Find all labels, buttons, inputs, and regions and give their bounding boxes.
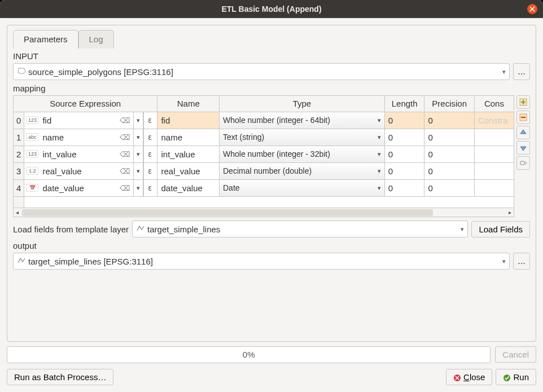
window-close-button[interactable] xyxy=(527,4,537,14)
chevron-down-icon: ▾ xyxy=(378,134,381,141)
horizontal-scrollbar[interactable]: ◂ ▸ xyxy=(14,208,514,217)
constraints-cell[interactable] xyxy=(474,179,514,196)
scroll-left-icon[interactable]: ◂ xyxy=(15,209,20,215)
col-constraints[interactable]: Cons xyxy=(474,96,514,112)
source-dropdown-button[interactable]: ▾ xyxy=(133,112,143,129)
source-expression-cell[interactable]: 1.2real_value⌫▾ xyxy=(24,162,143,179)
input-layer-combo[interactable]: source_simple_polygons [EPSG:3116] ▾ xyxy=(13,63,510,80)
close-button-label: Close xyxy=(463,372,485,382)
type-cell[interactable]: Text (string)▾ xyxy=(220,129,385,146)
source-dropdown-button[interactable]: ▾ xyxy=(133,163,143,179)
line-layer-icon xyxy=(136,224,145,234)
clear-expression-icon[interactable]: ⌫ xyxy=(117,184,132,192)
expression-builder-button[interactable]: ε xyxy=(143,146,157,162)
scroll-thumb[interactable] xyxy=(22,209,433,216)
source-dropdown-button[interactable]: ▾ xyxy=(133,180,143,196)
clear-expression-icon[interactable]: ⌫ xyxy=(117,167,132,175)
precision-cell[interactable]: 0 xyxy=(424,112,474,129)
table-row: 2123int_value⌫▾εint_valueWhole number (i… xyxy=(14,146,514,162)
table-spacer-row xyxy=(14,196,514,208)
scroll-track[interactable] xyxy=(22,209,505,216)
output-layer-value: target_simple_lines [EPSG:3116] xyxy=(28,257,153,266)
tab-parameters[interactable]: Parameters xyxy=(13,30,78,49)
tab-log[interactable]: Log xyxy=(78,30,114,49)
name-cell[interactable]: fid xyxy=(157,112,220,129)
source-expression-cell[interactable]: 123int_value⌫▾ xyxy=(24,146,143,162)
table-header-row: Source Expression Name Type Length Preci… xyxy=(14,96,514,112)
length-cell[interactable]: 0 xyxy=(384,129,424,146)
chevron-down-icon: ▾ xyxy=(378,117,381,124)
name-cell[interactable]: int_value xyxy=(157,146,220,162)
output-row: target_simple_lines [EPSG:3116] ▾ ... xyxy=(13,253,530,270)
move-down-button[interactable] xyxy=(516,141,530,155)
expression-builder-button[interactable]: ε xyxy=(143,179,157,196)
expression-builder-button[interactable]: ε xyxy=(143,162,157,179)
clear-expression-icon[interactable]: ⌫ xyxy=(117,133,132,142)
input-browse-button[interactable]: ... xyxy=(513,63,530,80)
reset-fields-button[interactable] xyxy=(516,156,530,170)
type-value: Whole number (integer - 32bit) xyxy=(223,149,330,158)
source-expression-cell[interactable]: abcname⌫▾ xyxy=(24,129,143,146)
expression-builder-button[interactable]: ε xyxy=(143,112,157,129)
source-expression-cell[interactable]: 123fid⌫▾ xyxy=(24,112,143,129)
length-cell[interactable]: 0 xyxy=(384,162,424,179)
row-index[interactable]: 0 xyxy=(14,112,24,129)
source-expression-cell[interactable]: 📅date_value⌫▾ xyxy=(24,179,143,196)
chevron-down-icon: ▾ xyxy=(378,184,381,192)
close-button[interactable]: Close xyxy=(446,369,492,385)
type-cell[interactable]: Whole number (integer - 64bit)▾ xyxy=(220,112,385,129)
col-length[interactable]: Length xyxy=(384,96,424,112)
source-dropdown-button[interactable]: ▾ xyxy=(133,129,143,146)
template-row: Load fields from template layer target_s… xyxy=(13,221,530,237)
precision-cell[interactable]: 0 xyxy=(424,146,474,162)
close-icon xyxy=(529,6,535,12)
chevron-down-icon: ▾ xyxy=(378,151,381,158)
progress-bar: 0% xyxy=(7,346,491,363)
move-up-button[interactable] xyxy=(516,126,530,139)
run-batch-button[interactable]: Run as Batch Process… xyxy=(7,369,113,385)
run-button[interactable]: Run xyxy=(496,369,536,385)
col-type[interactable]: Type xyxy=(220,96,385,112)
add-field-button[interactable] xyxy=(516,95,530,109)
window-title: ETL Basic Model (Append) xyxy=(221,5,321,14)
output-layer-combo[interactable]: target_simple_lines [EPSG:3116] ▾ xyxy=(13,253,510,270)
scroll-right-icon[interactable]: ▸ xyxy=(507,209,513,215)
constraints-cell[interactable] xyxy=(474,146,514,162)
input-layer-value: source_simple_polygons [EPSG:3116] xyxy=(28,67,173,77)
precision-cell[interactable]: 0 xyxy=(424,162,474,179)
remove-field-button[interactable] xyxy=(516,111,530,124)
template-layer-combo[interactable]: target_simple_lines ▾ xyxy=(132,221,468,237)
constraints-cell[interactable]: Constra xyxy=(474,112,514,129)
col-name[interactable]: Name xyxy=(157,96,220,112)
precision-cell[interactable]: 0 xyxy=(424,179,474,196)
constraints-cell[interactable] xyxy=(474,162,514,179)
clear-expression-icon[interactable]: ⌫ xyxy=(117,116,132,125)
load-fields-button[interactable]: Load Fields xyxy=(471,221,530,237)
row-index[interactable]: 3 xyxy=(14,162,24,179)
constraints-cell[interactable] xyxy=(474,129,514,146)
expression-builder-button[interactable]: ε xyxy=(143,129,157,146)
precision-cell[interactable]: 0 xyxy=(424,129,474,146)
source-field-name: fid xyxy=(41,116,116,125)
progress-row: 0% Cancel xyxy=(7,346,536,363)
type-value: Text (string) xyxy=(223,133,264,142)
row-index[interactable]: 4 xyxy=(14,179,24,196)
source-dropdown-button[interactable]: ▾ xyxy=(133,146,143,162)
clear-expression-icon[interactable]: ⌫ xyxy=(117,150,132,158)
type-cell[interactable]: Date▾ xyxy=(220,179,385,196)
length-cell[interactable]: 0 xyxy=(384,112,424,129)
name-cell[interactable]: date_value xyxy=(157,179,220,196)
col-source[interactable]: Source Expression xyxy=(14,96,157,112)
output-browse-button[interactable]: ... xyxy=(513,253,530,270)
name-cell[interactable]: real_value xyxy=(157,162,220,179)
epsilon-icon: ε xyxy=(148,183,152,192)
type-cell[interactable]: Whole number (integer - 32bit)▾ xyxy=(220,146,385,162)
col-precision[interactable]: Precision xyxy=(424,96,474,112)
row-index[interactable]: 2 xyxy=(14,146,24,162)
type-cell[interactable]: Decimal number (double)▾ xyxy=(220,162,385,179)
row-index[interactable]: 1 xyxy=(14,129,24,146)
length-cell[interactable]: 0 xyxy=(384,179,424,196)
length-cell[interactable]: 0 xyxy=(384,146,424,162)
name-cell[interactable]: name xyxy=(157,129,220,146)
content-area: Parameters Log INPUT source_simple_polyg… xyxy=(0,18,543,392)
